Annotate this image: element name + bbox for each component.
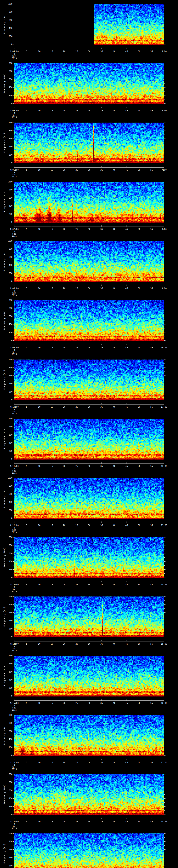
y-tick-label: 1000 xyxy=(5,299,12,301)
x-tick xyxy=(77,48,77,49)
x-tick xyxy=(101,640,102,641)
spectrogram-panel-3: Frequency (Hz) 9Sep2015 0200400600800100… xyxy=(0,119,178,178)
x-tick xyxy=(52,107,52,108)
y-minor-tick xyxy=(13,328,14,329)
x-tick xyxy=(77,344,77,345)
x-tick xyxy=(39,284,39,286)
y-minor-tick xyxy=(164,668,165,668)
y-tick-label: 200 xyxy=(5,94,12,97)
y-major-tick xyxy=(164,833,166,834)
y-tick-label: 200 xyxy=(5,805,12,808)
date-line: 2015 xyxy=(7,57,22,59)
y-tick-label: 800 xyxy=(5,722,12,724)
y-major-tick xyxy=(13,427,14,427)
y-tick-label: 600 xyxy=(5,256,12,258)
y-major-tick xyxy=(13,375,14,376)
y-minor-tick xyxy=(13,845,14,846)
y-minor-tick xyxy=(13,40,14,40)
y-minor-tick xyxy=(164,549,165,550)
y-major-tick xyxy=(13,596,14,597)
x-tick-label: 10:00 xyxy=(156,346,172,349)
y-minor-tick xyxy=(164,600,165,601)
date-line: 2015 xyxy=(7,768,22,770)
x-tick xyxy=(14,107,14,108)
y-minor-tick xyxy=(13,151,14,151)
x-axis-line xyxy=(14,108,164,108)
y-major-tick xyxy=(13,478,14,478)
date-line: 2015 xyxy=(7,176,22,178)
y-tick-label: 400 xyxy=(5,679,12,681)
x-tick-label: 18:00 xyxy=(156,820,172,823)
y-major-tick xyxy=(13,87,14,88)
x-tick xyxy=(14,818,14,819)
x-axis-line xyxy=(14,582,164,582)
x-tick xyxy=(126,758,127,760)
x-tick xyxy=(39,818,39,819)
x-tick xyxy=(52,818,52,819)
y-tick-label: 200 xyxy=(5,509,12,512)
x-tick xyxy=(139,758,139,760)
y-axis-label: Frequency (Hz) xyxy=(3,784,6,804)
x-tick xyxy=(101,462,102,464)
y-tick-label: 800 xyxy=(5,307,12,309)
y-major-tick xyxy=(13,71,14,71)
spectrogram-image xyxy=(14,537,164,578)
date-line: 2015 xyxy=(7,531,22,533)
x-tick xyxy=(101,758,102,760)
y-major-tick xyxy=(13,561,14,562)
y-major-tick xyxy=(13,273,14,273)
y-tick-label: 800 xyxy=(5,11,12,13)
y-tick-label: 400 xyxy=(5,146,12,148)
y-major-tick xyxy=(164,163,166,163)
y-tick-label: 400 xyxy=(5,264,12,266)
y-tick-label: 0 xyxy=(5,339,12,342)
y-tick-label: 800 xyxy=(5,544,12,547)
y-tick-label: 0 xyxy=(5,43,12,45)
x-tick xyxy=(77,225,77,226)
x-tick-label: 7:00 xyxy=(156,169,172,171)
y-major-tick xyxy=(164,478,166,478)
x-tick xyxy=(77,107,77,108)
y-minor-tick xyxy=(13,143,14,143)
spectrogram-image xyxy=(14,4,164,45)
x-tick xyxy=(101,166,102,167)
date-label: 9Sep2015 xyxy=(7,646,22,652)
y-major-tick xyxy=(164,806,166,807)
y-major-tick xyxy=(164,715,166,715)
y-axis-label: Frequency (Hz) xyxy=(3,429,6,449)
x-tick xyxy=(52,48,52,49)
x-tick xyxy=(14,166,14,167)
y-major-tick xyxy=(164,28,166,28)
y-minor-tick xyxy=(164,312,165,312)
y-tick-label: 0 xyxy=(5,162,12,164)
spectrogram-panel-9: Frequency (Hz) 9Sep2015 0200400600800100… xyxy=(0,474,178,533)
y-major-tick xyxy=(164,375,166,376)
x-tick xyxy=(126,818,127,819)
y-minor-tick xyxy=(164,67,165,67)
y-axis-label: Frequency (Hz) xyxy=(3,666,6,686)
y-minor-tick xyxy=(13,632,14,633)
y-major-tick xyxy=(164,443,166,443)
y-tick-label: 1000 xyxy=(5,595,12,598)
x-tick xyxy=(64,758,64,760)
y-axis-label: Frequency (Hz) xyxy=(3,251,6,271)
y-tick-label: 600 xyxy=(5,434,12,436)
x-tick xyxy=(64,581,64,582)
y-major-tick xyxy=(164,782,166,782)
x-tick-label: 15:00 xyxy=(156,643,172,645)
y-major-tick xyxy=(164,332,166,333)
x-tick xyxy=(114,344,114,345)
y-major-tick xyxy=(13,36,14,36)
y-minor-tick xyxy=(13,134,14,135)
y-tick-label: 200 xyxy=(5,391,12,393)
y-minor-tick xyxy=(164,431,165,431)
spectrogram-panel-15: Frequency (Hz) 9Sep2015 0200400600800100… xyxy=(0,830,178,868)
x-tick xyxy=(101,107,102,108)
y-tick-label: 400 xyxy=(5,27,12,29)
y-minor-tick xyxy=(164,854,165,854)
x-tick xyxy=(64,403,64,404)
x-tick xyxy=(64,284,64,286)
y-minor-tick xyxy=(164,134,165,135)
y-major-tick xyxy=(164,672,166,672)
y-major-tick xyxy=(164,459,166,459)
